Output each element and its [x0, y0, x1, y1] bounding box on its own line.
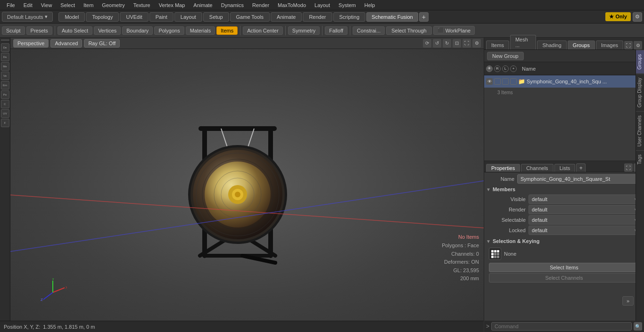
- prop-locked-dropdown[interactable]: default ▾: [528, 226, 640, 235]
- left-tool-ve[interactable]: Ve: [1, 72, 9, 80]
- polygons-button[interactable]: Polygons: [154, 26, 184, 35]
- menu-edit[interactable]: Edit: [20, 1, 36, 9]
- viewport[interactable]: Perspective Advanced Ray GL: Off ⟳ ↺ ↻ ⊡…: [10, 38, 484, 321]
- viewport-icon-frame[interactable]: ⊡: [453, 39, 461, 48]
- menu-render[interactable]: Render: [248, 1, 273, 9]
- groups-list[interactable]: 👁 📁 Symphonic_Gong_40_inch_Squ ... 3 Ite…: [484, 75, 644, 151]
- settings-button[interactable]: ⚙: [633, 12, 642, 22]
- tab-topology[interactable]: Topology: [86, 12, 119, 22]
- vertices-button[interactable]: Vertices: [94, 26, 121, 35]
- menu-view[interactable]: View: [37, 1, 56, 9]
- constraints-button[interactable]: Constrai...: [353, 26, 385, 35]
- tab-schematic-fusion[interactable]: Schematic Fusion: [366, 12, 418, 22]
- falloff-button[interactable]: Falloff: [325, 26, 347, 35]
- tab-images[interactable]: Images: [596, 40, 623, 49]
- default-layouts-dropdown[interactable]: Default Layouts ▾: [2, 12, 53, 22]
- tab-paint[interactable]: Paint: [149, 12, 173, 22]
- vtab-user-channels[interactable]: User Channels: [636, 111, 644, 150]
- props-tab-lists[interactable]: Lists: [554, 164, 576, 172]
- lock-toggle[interactable]: L: [502, 65, 509, 72]
- left-tool-em[interactable]: Em: [1, 81, 9, 89]
- select-items-button[interactable]: Select Items: [489, 263, 639, 272]
- menu-geometry[interactable]: Geometry: [98, 1, 128, 9]
- props-name-input[interactable]: [517, 174, 642, 184]
- row-visibility-icon[interactable]: 👁: [486, 78, 493, 85]
- left-tool-de[interactable]: De: [1, 43, 9, 52]
- workplane-button[interactable]: ⬛ WorkPlane: [433, 26, 475, 35]
- menu-system[interactable]: System: [335, 1, 360, 9]
- menu-layout[interactable]: Layout: [311, 1, 334, 9]
- tab-layout[interactable]: Layout: [174, 12, 202, 22]
- prop-selectable-dropdown[interactable]: default ▾: [528, 215, 640, 225]
- vtab-groups[interactable]: Groups: [636, 50, 644, 73]
- presets-button[interactable]: Presets: [26, 26, 52, 35]
- select-channels-button[interactable]: Select Channels: [489, 273, 639, 283]
- render-toggle[interactable]: R: [494, 65, 501, 72]
- viewport-canvas[interactable]: X Y Z No Items Polygons : Face Channels:…: [10, 49, 484, 321]
- tab-model[interactable]: Model: [58, 12, 85, 22]
- group-row-symphonic[interactable]: 👁 📁 Symphonic_Gong_40_inch_Squ ...: [484, 75, 644, 88]
- prop-render-dropdown[interactable]: default ▾: [528, 205, 640, 214]
- tab-items[interactable]: Items: [486, 40, 509, 49]
- left-tool-uv[interactable]: UV: [1, 109, 9, 118]
- auto-select-button[interactable]: Auto Select: [58, 26, 92, 35]
- viewport-tab-perspective[interactable]: Perspective: [13, 39, 49, 48]
- viewport-icon-fullscreen[interactable]: ⛶: [462, 39, 471, 48]
- items-button[interactable]: Items: [216, 26, 238, 35]
- vtab-group-display[interactable]: Group Display: [636, 73, 644, 111]
- command-search-button[interactable]: 🔍: [634, 322, 642, 331]
- menu-dynamics[interactable]: Dynamics: [217, 1, 248, 9]
- menu-item[interactable]: Item: [80, 1, 97, 9]
- sculpt-button[interactable]: Sculpt: [2, 26, 25, 35]
- left-tool-f[interactable]: F: [1, 119, 9, 127]
- symmetry-button[interactable]: Symmetry: [288, 26, 320, 35]
- right-panel-settings[interactable]: ⚙: [634, 41, 642, 49]
- viewport-tab-advanced[interactable]: Advanced: [50, 39, 82, 48]
- selection-keying-header[interactable]: ▼ Selection & Keying: [486, 238, 642, 244]
- tab-animate[interactable]: Animate: [271, 12, 302, 22]
- command-input[interactable]: [491, 322, 632, 331]
- tab-setup[interactable]: Setup: [203, 12, 229, 22]
- viewport-icon-undo[interactable]: ↺: [433, 39, 441, 48]
- props-tab-properties[interactable]: Properties: [486, 164, 520, 172]
- members-section-header[interactable]: ▼ Members: [486, 186, 642, 192]
- visibility-toggle[interactable]: 👁: [486, 65, 493, 72]
- menu-help[interactable]: Help: [361, 1, 379, 9]
- left-tool-du[interactable]: Du: [1, 53, 9, 61]
- action-center-button[interactable]: Action Center: [243, 26, 283, 35]
- expand-toggle[interactable]: +: [510, 65, 517, 72]
- select-through-button[interactable]: Select Through: [386, 26, 431, 35]
- materials-button[interactable]: Materials: [186, 26, 215, 35]
- menu-file[interactable]: File: [3, 1, 19, 9]
- tab-shading[interactable]: Shading: [537, 40, 566, 49]
- tab-scripting[interactable]: Scripting: [333, 12, 366, 22]
- prop-visible-dropdown[interactable]: default ▾: [528, 194, 640, 204]
- menu-texture[interactable]: Texture: [130, 1, 154, 9]
- props-expand-button[interactable]: »: [622, 296, 634, 306]
- tab-groups[interactable]: Groups: [568, 40, 595, 49]
- left-tool-c[interactable]: C: [1, 100, 9, 108]
- menu-select[interactable]: Select: [57, 1, 79, 9]
- props-tab-add[interactable]: +: [576, 163, 586, 172]
- viewport-icon-settings[interactable]: ⚙: [472, 39, 481, 48]
- right-panel-expand[interactable]: ⛶: [624, 41, 633, 49]
- new-group-button[interactable]: New Group: [487, 52, 524, 60]
- menu-maxtomodo[interactable]: MaxToModo: [274, 1, 310, 9]
- left-tool-me[interactable]: Me: [1, 62, 9, 71]
- menu-vertex-map[interactable]: Vertex Map: [155, 1, 189, 9]
- props-expand-icon[interactable]: ⛶: [624, 163, 633, 172]
- vtab-tags[interactable]: Tags: [636, 150, 644, 168]
- viewport-icon-rotate[interactable]: ⟳: [423, 39, 431, 48]
- boundary-button[interactable]: Boundary: [122, 26, 153, 35]
- viewport-icon-redo[interactable]: ↻: [443, 39, 451, 48]
- star-only-button[interactable]: ★ Only: [605, 12, 631, 21]
- tab-mesh[interactable]: Mesh ...: [510, 35, 537, 49]
- tab-render[interactable]: Render: [303, 12, 332, 22]
- props-tab-channels[interactable]: Channels: [521, 164, 553, 172]
- menu-animate[interactable]: Animate: [190, 1, 216, 9]
- viewport-tab-raygl[interactable]: Ray GL: Off: [84, 39, 120, 48]
- left-tool-po[interactable]: Po: [1, 90, 9, 99]
- add-layout-button[interactable]: +: [419, 12, 429, 22]
- tab-game-tools[interactable]: Game Tools: [230, 12, 270, 22]
- tab-uvedit[interactable]: UVEdit: [120, 12, 148, 22]
